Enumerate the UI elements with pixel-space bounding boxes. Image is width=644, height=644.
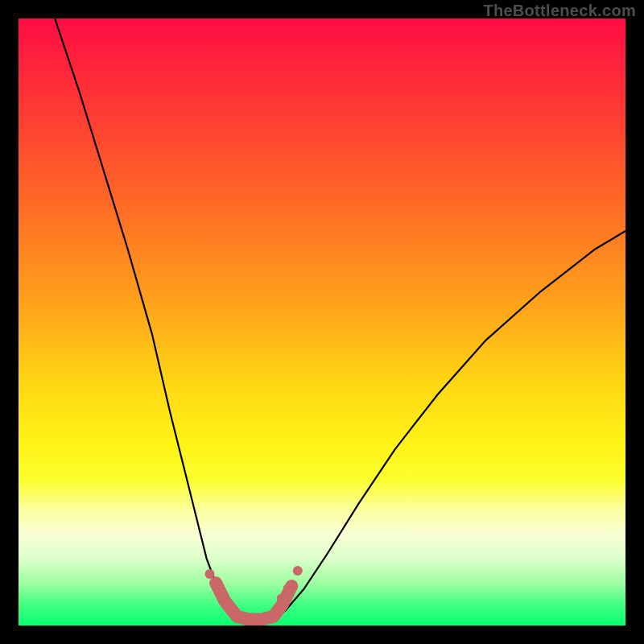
valley-dot xyxy=(277,594,285,602)
curve-left-branch xyxy=(55,19,243,620)
valley-dot xyxy=(283,584,291,592)
valley-dot xyxy=(293,566,303,576)
curve-right-branch xyxy=(274,231,625,620)
chart-frame xyxy=(19,19,625,625)
watermark-text: TheBottleneck.com xyxy=(483,2,636,20)
chart-svg xyxy=(19,19,625,625)
valley-dot xyxy=(205,569,215,579)
